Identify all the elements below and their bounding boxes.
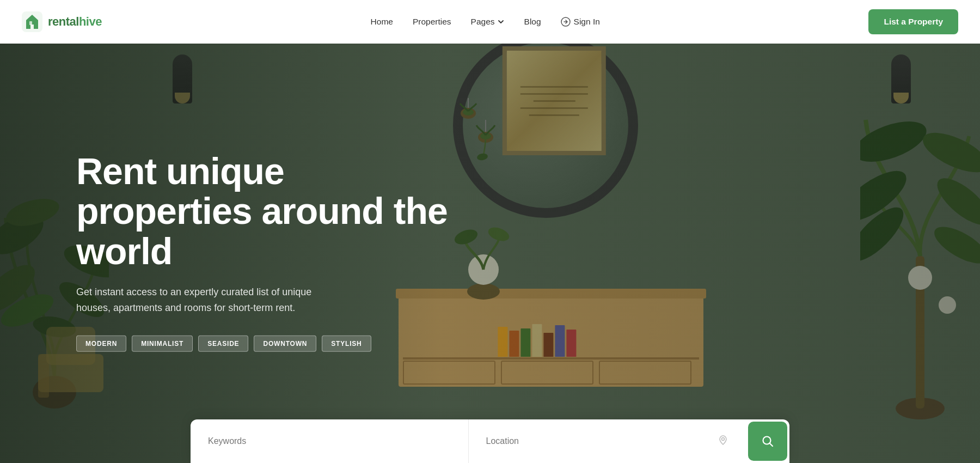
search-button[interactable] (748, 422, 787, 461)
logo[interactable]: rentalhive (22, 11, 102, 32)
svg-point-35 (722, 438, 725, 441)
keywords-field-wrap (191, 419, 469, 463)
hero-tag-minimalist[interactable]: MINIMALIST (132, 336, 193, 352)
nav-blog[interactable]: Blog (524, 17, 541, 26)
location-icon (718, 435, 728, 446)
hero-tag-seaside[interactable]: SEASIDE (198, 336, 248, 352)
hero-title: Rent unique properties around the world (76, 151, 468, 271)
location-input[interactable] (486, 436, 712, 446)
list-property-button[interactable]: List a Property (868, 9, 958, 34)
hero-tag-downtown[interactable]: DOWNTOWN (254, 336, 316, 352)
hero-content: Rent unique properties around the world … (76, 151, 468, 352)
nav-home[interactable]: Home (371, 17, 393, 26)
search-bar (191, 419, 789, 463)
hero-tag-stylish[interactable]: STYLISH (322, 336, 371, 352)
search-icon (762, 435, 774, 447)
keywords-input[interactable] (208, 436, 451, 446)
nav-links: Home Properties Pages Blog Sign In (371, 17, 600, 27)
navbar: rentalhive Home Properties Pages Blog Si… (0, 0, 980, 44)
nav-pages[interactable]: Pages (471, 17, 505, 27)
location-field-wrap (469, 419, 746, 463)
svg-rect-1 (29, 21, 32, 25)
hero-subtitle: Get instant access to an expertly curate… (76, 284, 348, 316)
nav-signin[interactable]: Sign In (561, 17, 600, 27)
logo-icon (22, 11, 42, 32)
logo-text: rentalhive (48, 15, 102, 29)
chevron-down-icon (497, 18, 505, 26)
hero-tag-modern[interactable]: MODERN (76, 336, 126, 352)
signin-icon (561, 17, 571, 27)
nav-properties[interactable]: Properties (413, 17, 451, 26)
hero-tags: MODERNMINIMALISTSEASIDEDOWNTOWNSTYLISH (76, 336, 468, 352)
location-icon-wrap (718, 435, 728, 448)
hero-section: Rent unique properties around the world … (0, 0, 980, 463)
